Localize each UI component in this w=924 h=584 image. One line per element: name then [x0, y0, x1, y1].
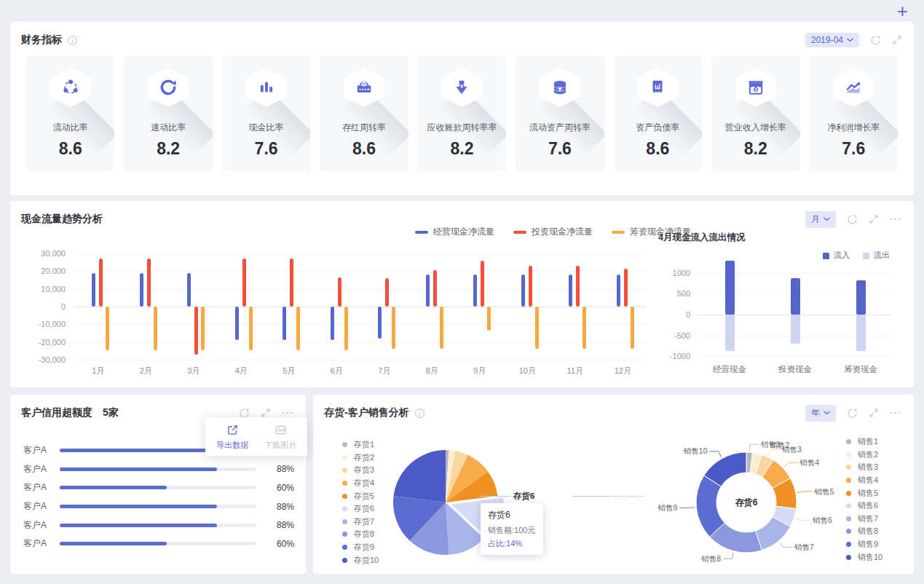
bar-流入[interactable] [856, 280, 866, 315]
callout-label: 销售7 [794, 542, 814, 551]
bar-投资现金净流量[interactable] [433, 270, 437, 307]
bar-筹资现金净流量[interactable] [583, 307, 586, 349]
download-image-button[interactable]: 下载图片 [261, 424, 300, 451]
bar-经营现金净流量[interactable] [426, 275, 430, 307]
legend-item-存货10[interactable]: 存货10 [342, 553, 379, 567]
bar-track[interactable] [60, 486, 256, 489]
bar-筹资现金净流量[interactable] [440, 307, 443, 349]
legend-item-销售7[interactable]: 销售7 [846, 513, 882, 526]
add-widget-button[interactable]: + [897, 1, 908, 21]
refresh-icon[interactable] [870, 35, 881, 46]
expand-icon[interactable] [869, 408, 879, 418]
bar-流出[interactable] [791, 315, 800, 344]
bar-流入[interactable] [725, 261, 735, 315]
bar-投资现金净流量[interactable] [147, 259, 151, 307]
period-dropdown[interactable]: 2019-04 [805, 33, 859, 47]
legend-item-存货3[interactable]: 存货3 [342, 464, 379, 477]
bar-经营现金净流量[interactable] [473, 275, 477, 307]
pie-slice-存货10[interactable] [394, 450, 446, 502]
refresh-icon[interactable] [847, 408, 858, 419]
more-icon[interactable]: ··· [890, 216, 902, 223]
export-data-button[interactable]: 导出数据 [213, 424, 252, 451]
legend-item[interactable]: 经营现金净流量 [415, 226, 494, 238]
bar-投资现金净流量[interactable] [242, 259, 246, 307]
bar-track[interactable] [60, 467, 256, 471]
legend-item-销售6[interactable]: 销售6 [846, 500, 882, 513]
bar-经营现金净流量[interactable] [235, 307, 239, 340]
bar-投资现金净流量[interactable] [529, 266, 532, 307]
legend-label: 存货9 [354, 542, 374, 553]
percent-value: 60% [265, 483, 294, 493]
cashflow-bar-chart[interactable] [74, 253, 647, 360]
more-icon[interactable]: ··· [890, 409, 902, 417]
bar-流出[interactable] [725, 315, 735, 351]
cashflow-legend: 经营现金净流量投资现金净流量筹资现金净流量 [415, 226, 691, 238]
bar-筹资现金净流量[interactable] [487, 307, 491, 331]
year-dropdown[interactable]: 年 [805, 405, 836, 422]
y-tick-label: -30,000 [39, 355, 66, 364]
bar-经营现金净流量[interactable] [378, 307, 382, 339]
legend-item[interactable]: 投资现金净流量 [513, 226, 593, 238]
legend-item-存货2[interactable]: 存货2 [342, 451, 379, 465]
legend-item-存货1[interactable]: 存货1 [342, 438, 379, 451]
bar-筹资现金净流量[interactable] [535, 307, 539, 349]
legend-item-存货5[interactable]: 存货5 [342, 489, 379, 502]
inventory-sales-title: 存货-客户销售分析 [324, 406, 409, 419]
bar-流入[interactable] [791, 278, 800, 315]
bar-筹资现金净流量[interactable] [392, 307, 395, 349]
bar-筹资现金净流量[interactable] [106, 307, 109, 350]
bar-筹资现金净流量[interactable] [201, 307, 205, 350]
bar-投资现金净流量[interactable] [290, 259, 293, 307]
bar-投资现金净流量[interactable] [338, 277, 341, 307]
legend-item-存货8[interactable]: 存货8 [342, 528, 379, 541]
granularity-dropdown[interactable]: 月 [805, 211, 836, 228]
bar-经营现金净流量[interactable] [617, 275, 620, 307]
legend-item-销售3[interactable]: 销售3 [846, 461, 882, 474]
bar-流出[interactable] [856, 315, 866, 351]
legend-item-销售5[interactable]: 销售5 [846, 486, 882, 500]
bar-投资现金净流量[interactable] [194, 307, 198, 355]
bar-投资现金净流量[interactable] [99, 259, 103, 307]
bar-筹资现金净流量[interactable] [296, 307, 300, 350]
bar-track[interactable] [60, 542, 256, 545]
bar-经营现金净流量[interactable] [140, 273, 143, 307]
metric-value: 8.2 [418, 139, 506, 159]
legend-item-销售8[interactable]: 销售8 [846, 525, 882, 538]
bar-筹资现金净流量[interactable] [344, 307, 348, 350]
legend-item-存货9[interactable]: 存货9 [342, 541, 379, 554]
bar-投资现金净流量[interactable] [385, 278, 389, 307]
legend-item-存货6[interactable]: 存货6 [342, 502, 379, 516]
legend-item-存货4[interactable]: 存货4 [342, 477, 379, 490]
bar-经营现金净流量[interactable] [92, 273, 95, 307]
bar-track[interactable] [60, 505, 256, 508]
legend-item-销售4[interactable]: 销售4 [846, 474, 882, 487]
bar-经营现金净流量[interactable] [569, 275, 572, 307]
bar-筹资现金净流量[interactable] [249, 307, 253, 350]
expand-icon[interactable] [869, 214, 879, 224]
legend-item-销售2[interactable]: 销售2 [846, 449, 882, 462]
bar-经营现金净流量[interactable] [283, 307, 286, 340]
legend-item-销售9[interactable]: 销售9 [846, 538, 882, 551]
credit-row: 客户A88% [23, 497, 294, 516]
legend-item-存货7[interactable]: 存货7 [342, 516, 379, 529]
refresh-icon[interactable] [847, 214, 858, 225]
inflow-outflow-bar-chart[interactable] [698, 256, 891, 358]
legend-item-销售1[interactable]: 销售1 [846, 435, 882, 449]
bar-投资现金净流量[interactable] [624, 269, 628, 307]
info-icon[interactable]: i [68, 36, 77, 45]
more-icon[interactable]: ··· [282, 409, 294, 417]
sales-donut-chart[interactable]: 销售1销售2销售3销售4销售5销售6销售7销售8销售9销售10存货6 [649, 428, 848, 571]
bar-track[interactable] [60, 524, 256, 527]
bar-筹资现金净流量[interactable] [631, 307, 634, 349]
bar-筹资现金净流量[interactable] [154, 307, 157, 350]
bar-经营现金净流量[interactable] [187, 273, 191, 307]
bar-经营现金净流量[interactable] [521, 275, 525, 307]
bar-投资现金净流量[interactable] [576, 266, 580, 307]
bar-投资现金净流量[interactable] [481, 261, 484, 307]
bar-经营现金净流量[interactable] [331, 307, 334, 340]
expand-icon[interactable] [892, 35, 902, 45]
legend-item-销售10[interactable]: 销售10 [846, 551, 882, 564]
info-icon[interactable]: i [415, 409, 425, 418]
x-tick-label: 10月 [511, 366, 543, 376]
expand-icon[interactable] [261, 408, 271, 418]
